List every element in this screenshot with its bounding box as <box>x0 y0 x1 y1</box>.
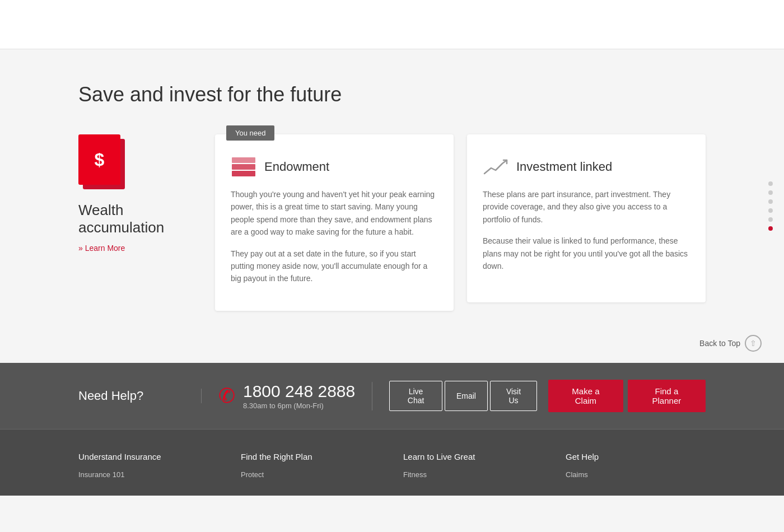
footer-link-claims[interactable]: Claims <box>566 470 706 479</box>
footer-link-insurance101[interactable]: Insurance 101 <box>78 470 218 479</box>
find-planner-button[interactable]: Find a Planner <box>628 380 706 412</box>
back-to-top-label: Back to Top <box>699 339 740 348</box>
footer-col-find-title: Find the Right Plan <box>241 452 381 461</box>
endowment-card-text-1: Though you're young and haven't yet hit … <box>231 188 438 239</box>
page-title: Save and invest for the future <box>78 83 706 106</box>
footer-col-learn-title: Learn to Live Great <box>403 452 543 461</box>
investment-card-text-2: Because their value is linked to fund pe… <box>483 235 690 272</box>
endowment-card-header: Endowment <box>231 157 438 177</box>
phone-hours: 8.30am to 6pm (Mon-Fri) <box>243 402 324 410</box>
investment-card-title: Investment linked <box>516 160 612 174</box>
endowment-icon-card3 <box>232 171 255 176</box>
top-bar <box>0 0 784 49</box>
contact-buttons: Live Chat Email Visit Us <box>389 381 537 411</box>
visit-us-button[interactable]: Visit Us <box>490 381 537 411</box>
investment-card-header: Investment linked <box>483 157 690 177</box>
investment-icon <box>483 157 508 177</box>
learn-more-link[interactable]: Learn More <box>78 244 125 253</box>
investment-card-text-1: These plans are part insurance, part inv… <box>483 188 690 226</box>
main-content: Save and invest for the future $ Wealth … <box>0 49 784 363</box>
wealth-icon-section: $ Wealth accumulation Learn More <box>78 134 202 253</box>
endowment-card: You need Endowment Though you're young a… <box>215 134 454 311</box>
endowment-icon <box>231 157 256 177</box>
phone-icon: ✆ <box>218 384 235 408</box>
pagination-dots <box>768 181 773 231</box>
dot-4[interactable] <box>768 208 773 213</box>
wealth-title: Wealth accumulation <box>78 202 202 236</box>
dollar-icon-fg: $ <box>78 134 120 185</box>
dot-1[interactable] <box>768 181 773 186</box>
endowment-icon-card2 <box>232 164 255 170</box>
endowment-icon-card1 <box>232 157 255 163</box>
footer-col-understand-title: Understand Insurance <box>78 452 218 461</box>
card-badge-endowment: You need <box>226 125 274 141</box>
endowment-card-title: Endowment <box>264 160 329 174</box>
endowment-card-text-2: They pay out at a set date in the future… <box>231 248 438 285</box>
action-buttons: Make a Claim Find a Planner <box>548 380 706 412</box>
dot-2[interactable] <box>768 190 773 195</box>
footer-inner: Understand Insurance Insurance 101 Find … <box>56 452 728 479</box>
live-chat-button[interactable]: Live Chat <box>389 381 442 411</box>
back-to-top-icon: ⇧ <box>745 335 762 352</box>
help-bar: Need Help? ✆ 1800 248 2888 8.30am to 6pm… <box>0 363 784 429</box>
footer-col-help-title: Get Help <box>566 452 706 461</box>
footer-col-help: Get Help Claims <box>566 452 706 479</box>
footer-col-learn: Learn to Live Great Fitness <box>403 452 543 479</box>
investment-card: Investment linked These plans are part i… <box>467 134 706 302</box>
footer-col-find: Find the Right Plan Protect <box>241 452 381 479</box>
dot-6-active[interactable] <box>768 226 773 231</box>
cards-row: $ Wealth accumulation Learn More You nee… <box>78 134 706 311</box>
phone-info: 1800 248 2888 8.30am to 6pm (Mon-Fri) <box>243 382 355 410</box>
dot-5[interactable] <box>768 217 773 222</box>
footer-col-understand: Understand Insurance Insurance 101 <box>78 452 218 479</box>
dollar-icon: $ <box>78 134 129 190</box>
make-claim-button[interactable]: Make a Claim <box>548 380 623 412</box>
phone-number: 1800 248 2888 <box>243 382 355 400</box>
dot-3[interactable] <box>768 199 773 204</box>
footer-link-fitness[interactable]: Fitness <box>403 470 543 479</box>
footer: Understand Insurance Insurance 101 Find … <box>0 429 784 496</box>
back-to-top[interactable]: Back to Top ⇧ <box>699 335 762 352</box>
phone-section: ✆ 1800 248 2888 8.30am to 6pm (Mon-Fri) <box>218 382 372 410</box>
need-help-label: Need Help? <box>78 389 202 403</box>
email-button[interactable]: Email <box>445 381 488 411</box>
footer-link-protect[interactable]: Protect <box>241 470 381 479</box>
